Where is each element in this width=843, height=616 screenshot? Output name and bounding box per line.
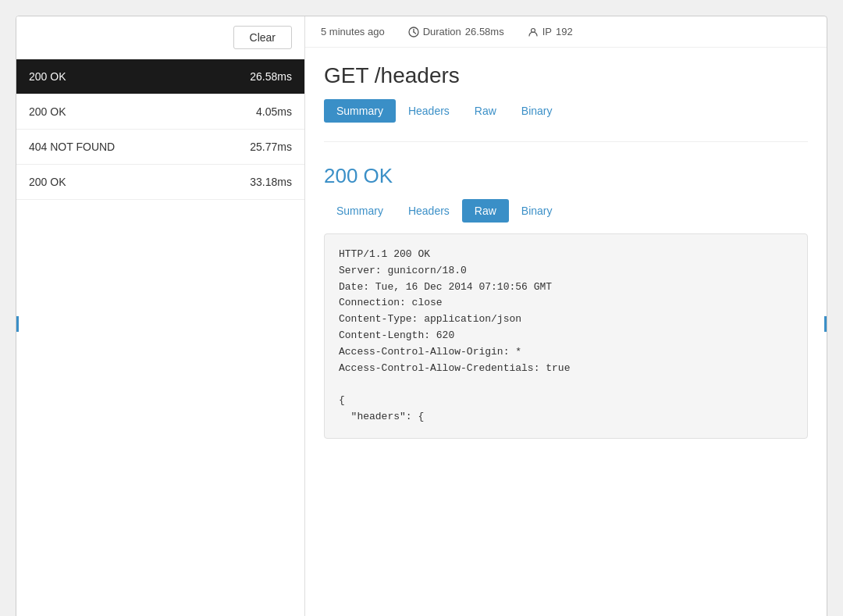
request-item[interactable]: 404 NOT FOUND 25.77ms — [16, 130, 304, 165]
request-status: 404 NOT FOUND — [29, 141, 115, 153]
request-title: GET /headers — [324, 63, 808, 88]
timestamp: 5 minutes ago — [321, 26, 385, 37]
sidebar-header: Clear — [16, 16, 304, 59]
response-tabs: Summary Headers Raw Binary — [324, 199, 808, 223]
right-accent — [824, 316, 827, 332]
duration-label: Duration — [423, 26, 461, 37]
tab-summary[interactable]: Summary — [324, 99, 396, 123]
request-section: GET /headers Summary Headers Raw Binary — [324, 63, 808, 142]
response-tab-binary[interactable]: Binary — [509, 199, 565, 223]
duration-info: Duration 26.58ms — [408, 26, 504, 37]
top-bar: 5 minutes ago Duration 26.58ms IP 192 — [305, 16, 827, 48]
ip-value: 192 — [556, 26, 573, 37]
request-duration: 4.05ms — [256, 105, 292, 118]
duration-value: 26.58ms — [465, 26, 504, 37]
response-status: 200 OK — [324, 164, 808, 188]
request-item[interactable]: 200 OK 4.05ms — [16, 94, 304, 130]
response-tab-headers[interactable]: Headers — [396, 199, 462, 223]
request-duration: 25.77ms — [250, 141, 292, 153]
clear-button[interactable]: Clear — [233, 26, 292, 49]
request-status: 200 OK — [29, 176, 66, 188]
request-item[interactable]: 200 OK 26.58ms — [16, 59, 304, 94]
request-item[interactable]: 200 OK 33.18ms — [16, 165, 304, 200]
request-duration: 26.58ms — [250, 70, 292, 83]
person-icon — [528, 27, 539, 37]
raw-content: HTTP/1.1 200 OK Server: gunicorn/18.0 Da… — [324, 233, 808, 439]
left-accent — [16, 316, 19, 332]
sidebar: Clear 200 OK 26.58ms 200 OK 4.05ms 404 N… — [16, 16, 305, 616]
tab-headers[interactable]: Headers — [396, 99, 462, 123]
content-area: GET /headers Summary Headers Raw Binary … — [305, 48, 827, 616]
tab-binary[interactable]: Binary — [509, 99, 565, 123]
response-tab-summary[interactable]: Summary — [324, 199, 396, 223]
request-status: 200 OK — [29, 105, 66, 118]
ip-info: IP 192 — [528, 26, 573, 37]
request-duration: 33.18ms — [250, 176, 292, 188]
request-tabs: Summary Headers Raw Binary — [324, 99, 808, 123]
request-status: 200 OK — [29, 70, 66, 83]
request-list: 200 OK 26.58ms 200 OK 4.05ms 404 NOT FOU… — [16, 59, 304, 616]
svg-line-2 — [414, 32, 416, 34]
app-container: Clear 200 OK 26.58ms 200 OK 4.05ms 404 N… — [16, 16, 827, 616]
tab-raw[interactable]: Raw — [462, 99, 509, 123]
ip-label: IP — [542, 26, 552, 37]
response-section: 200 OK Summary Headers Raw Binary HTTP/1… — [324, 164, 808, 439]
main-content: 5 minutes ago Duration 26.58ms IP 192 — [305, 16, 827, 616]
clock-icon — [408, 27, 419, 37]
response-tab-raw[interactable]: Raw — [462, 199, 509, 223]
